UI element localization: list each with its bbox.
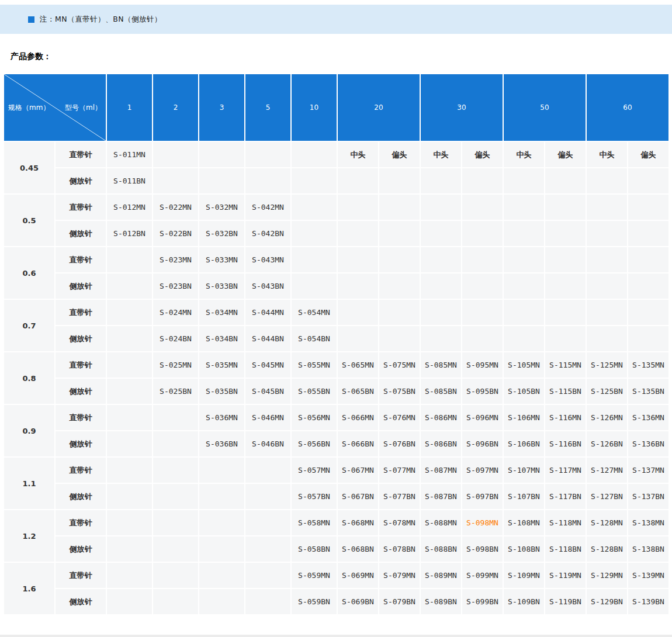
- model-cell-S-024MN[interactable]: S-024MN: [153, 300, 198, 325]
- model-cell-S-116BN[interactable]: S-116BN: [545, 431, 586, 456]
- model-cell-S-107MN[interactable]: S-107MN: [504, 458, 544, 483]
- model-cell-S-022BN[interactable]: S-022BN: [153, 221, 198, 246]
- model-cell-S-116MN[interactable]: S-116MN: [545, 405, 586, 430]
- model-cell-S-098MN[interactable]: S-098MN: [462, 510, 503, 535]
- model-cell-S-044BN[interactable]: S-044BN: [245, 326, 290, 351]
- model-cell-S-066BN[interactable]: S-066BN: [338, 431, 378, 456]
- model-cell-S-088BN[interactable]: S-088BN: [421, 536, 461, 562]
- model-cell-S-095MN[interactable]: S-095MN: [462, 352, 503, 378]
- model-cell-S-043BN[interactable]: S-043BN: [245, 274, 290, 299]
- model-cell-S-088MN[interactable]: S-088MN: [421, 510, 461, 535]
- model-cell-S-055MN[interactable]: S-055MN: [292, 352, 337, 378]
- model-cell-S-119BN[interactable]: S-119BN: [545, 589, 586, 614]
- model-cell-S-136MN[interactable]: S-136MN: [628, 405, 668, 430]
- model-cell-S-079MN[interactable]: S-079MN: [379, 563, 420, 588]
- model-cell-S-045BN[interactable]: S-045BN: [245, 379, 290, 404]
- model-cell-S-106BN[interactable]: S-106BN: [504, 431, 544, 456]
- model-cell-S-097BN[interactable]: S-097BN: [462, 484, 503, 509]
- model-cell-S-079BN[interactable]: S-079BN: [379, 589, 420, 614]
- model-cell-S-119MN[interactable]: S-119MN: [545, 563, 586, 588]
- model-cell-S-056MN[interactable]: S-056MN: [292, 405, 337, 430]
- model-cell-S-034BN[interactable]: S-034BN: [199, 326, 244, 351]
- model-cell-S-105BN[interactable]: S-105BN: [504, 379, 544, 404]
- model-cell-S-068BN[interactable]: S-068BN: [338, 536, 378, 562]
- model-cell-S-075BN[interactable]: S-075BN: [379, 379, 420, 404]
- model-cell-S-089BN[interactable]: S-089BN: [421, 589, 461, 614]
- model-cell-S-086BN[interactable]: S-086BN: [421, 431, 461, 456]
- model-cell-S-126MN[interactable]: S-126MN: [587, 405, 627, 430]
- model-cell-S-125BN[interactable]: S-125BN: [587, 379, 627, 404]
- model-cell-S-099MN[interactable]: S-099MN: [462, 563, 503, 588]
- model-cell-S-109BN[interactable]: S-109BN: [504, 589, 544, 614]
- model-cell-S-117BN[interactable]: S-117BN: [545, 484, 586, 509]
- model-cell-S-107BN[interactable]: S-107BN: [504, 484, 544, 509]
- model-cell-S-054MN[interactable]: S-054MN: [292, 300, 337, 325]
- model-cell-S-115MN[interactable]: S-115MN: [545, 352, 586, 378]
- model-cell-S-077MN[interactable]: S-077MN: [379, 458, 420, 483]
- model-cell-S-096BN[interactable]: S-096BN: [462, 431, 503, 456]
- model-cell-S-033BN[interactable]: S-033BN: [199, 274, 244, 299]
- model-cell-S-012MN[interactable]: S-012MN: [107, 195, 152, 220]
- model-cell-S-032MN[interactable]: S-032MN: [199, 195, 244, 220]
- model-cell-S-139BN[interactable]: S-139BN: [628, 589, 668, 614]
- model-cell-S-137BN[interactable]: S-137BN: [628, 484, 668, 509]
- model-cell-S-046BN[interactable]: S-046BN: [245, 431, 290, 456]
- model-cell-S-128BN[interactable]: S-128BN: [587, 536, 627, 562]
- model-cell-S-057BN[interactable]: S-057BN: [292, 484, 337, 509]
- model-cell-S-034MN[interactable]: S-034MN: [199, 300, 244, 325]
- model-cell-S-066MN[interactable]: S-066MN: [338, 405, 378, 430]
- model-cell-S-065MN[interactable]: S-065MN: [338, 352, 378, 378]
- model-cell-S-067MN[interactable]: S-067MN: [338, 458, 378, 483]
- model-cell-S-129MN[interactable]: S-129MN: [587, 563, 627, 588]
- model-cell-S-057MN[interactable]: S-057MN: [292, 458, 337, 483]
- model-cell-S-077BN[interactable]: S-077BN: [379, 484, 420, 509]
- model-cell-S-128MN[interactable]: S-128MN: [587, 510, 627, 535]
- model-cell-S-125MN[interactable]: S-125MN: [587, 352, 627, 378]
- model-cell-S-076BN[interactable]: S-076BN: [379, 431, 420, 456]
- model-cell-S-025BN[interactable]: S-025BN: [153, 379, 198, 404]
- model-cell-S-011BN[interactable]: S-011BN: [107, 168, 152, 193]
- model-cell-S-085MN[interactable]: S-085MN: [421, 352, 461, 378]
- model-cell-S-109MN[interactable]: S-109MN: [504, 563, 544, 588]
- model-cell-S-076MN[interactable]: S-076MN: [379, 405, 420, 430]
- model-cell-S-139MN[interactable]: S-139MN: [628, 563, 668, 588]
- model-cell-S-067BN[interactable]: S-067BN: [338, 484, 378, 509]
- model-cell-S-055BN[interactable]: S-055BN: [292, 379, 337, 404]
- model-cell-S-059MN[interactable]: S-059MN: [292, 563, 337, 588]
- model-cell-S-078MN[interactable]: S-078MN: [379, 510, 420, 535]
- model-cell-S-065BN[interactable]: S-065BN: [338, 379, 378, 404]
- model-cell-S-058BN[interactable]: S-058BN: [292, 536, 337, 562]
- model-cell-S-035MN[interactable]: S-035MN: [199, 352, 244, 378]
- model-cell-S-115BN[interactable]: S-115BN: [545, 379, 586, 404]
- model-cell-S-096MN[interactable]: S-096MN: [462, 405, 503, 430]
- model-cell-S-042BN[interactable]: S-042BN: [245, 221, 290, 246]
- model-cell-S-022MN[interactable]: S-022MN: [153, 195, 198, 220]
- model-cell-S-054BN[interactable]: S-054BN: [292, 326, 337, 351]
- model-cell-S-085BN[interactable]: S-085BN: [421, 379, 461, 404]
- model-cell-S-129BN[interactable]: S-129BN: [587, 589, 627, 614]
- model-cell-S-023MN[interactable]: S-023MN: [153, 247, 198, 272]
- model-cell-S-089MN[interactable]: S-089MN: [421, 563, 461, 588]
- model-cell-S-069BN[interactable]: S-069BN: [338, 589, 378, 614]
- model-cell-S-118MN[interactable]: S-118MN: [545, 510, 586, 535]
- model-cell-S-011MN[interactable]: S-011MN: [107, 142, 152, 167]
- model-cell-S-045MN[interactable]: S-045MN: [245, 352, 290, 378]
- model-cell-S-138BN[interactable]: S-138BN: [628, 536, 668, 562]
- model-cell-S-032BN[interactable]: S-032BN: [199, 221, 244, 246]
- model-cell-S-106MN[interactable]: S-106MN: [504, 405, 544, 430]
- model-cell-S-097MN[interactable]: S-097MN: [462, 458, 503, 483]
- model-cell-S-036BN[interactable]: S-036BN: [199, 431, 244, 456]
- model-cell-S-042MN[interactable]: S-042MN: [245, 195, 290, 220]
- model-cell-S-058MN[interactable]: S-058MN: [292, 510, 337, 535]
- model-cell-S-078BN[interactable]: S-078BN: [379, 536, 420, 562]
- model-cell-S-043MN[interactable]: S-043MN: [245, 247, 290, 272]
- model-cell-S-127BN[interactable]: S-127BN: [587, 484, 627, 509]
- model-cell-S-136BN[interactable]: S-136BN: [628, 431, 668, 456]
- model-cell-S-135MN[interactable]: S-135MN: [628, 352, 668, 378]
- model-cell-S-036MN[interactable]: S-036MN: [199, 405, 244, 430]
- model-cell-S-012BN[interactable]: S-012BN: [107, 221, 152, 246]
- model-cell-S-086MN[interactable]: S-086MN: [421, 405, 461, 430]
- model-cell-S-135BN[interactable]: S-135BN: [628, 379, 668, 404]
- model-cell-S-099BN[interactable]: S-099BN: [462, 589, 503, 614]
- model-cell-S-069MN[interactable]: S-069MN: [338, 563, 378, 588]
